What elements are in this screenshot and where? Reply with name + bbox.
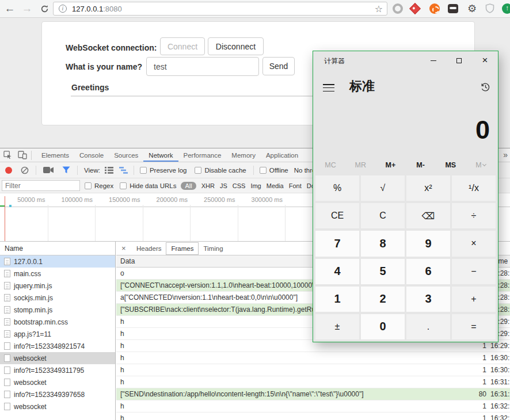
request-row[interactable]: websocket: [0, 400, 115, 413]
memory-mr-button[interactable]: MR: [345, 158, 375, 172]
extension-ring-icon[interactable]: [393, 3, 403, 14]
key-1[interactable]: 1: [315, 287, 359, 312]
screenshot-button[interactable]: [43, 166, 54, 174]
filter-type-css[interactable]: CSS: [233, 182, 246, 189]
filter-type-img[interactable]: Img: [250, 182, 261, 189]
send-button[interactable]: Send: [262, 57, 295, 75]
memory-m-flyout-button[interactable]: M: [466, 158, 496, 172]
key-4[interactable]: 4: [315, 259, 359, 284]
frame-row[interactable]: h116:32:: [116, 413, 510, 420]
key-¹/x[interactable]: ¹/x: [452, 175, 496, 201]
filter-type-all[interactable]: All: [181, 182, 196, 190]
key-0[interactable]: 0: [361, 314, 405, 339]
detail-tab-timing[interactable]: Timing: [199, 242, 227, 255]
calculator-mode-label[interactable]: 标准: [349, 78, 375, 95]
maximize-button[interactable]: [446, 51, 472, 70]
bookmark-star-icon[interactable]: ☆: [375, 3, 383, 14]
info-icon[interactable]: i: [59, 5, 67, 13]
request-row[interactable]: stomp.min.js: [0, 304, 115, 316]
memory-m--button[interactable]: M-: [406, 158, 436, 172]
data-column-header[interactable]: Data: [120, 257, 135, 265]
tab-application[interactable]: Application: [261, 148, 303, 162]
regex-checkbox[interactable]: [85, 182, 92, 189]
filter-type-font[interactable]: Font: [289, 182, 302, 189]
filter-type-media[interactable]: Media: [267, 182, 284, 189]
menu-icon[interactable]: [323, 84, 334, 91]
extension-gear-icon[interactable]: ⚙: [466, 3, 478, 14]
disable-cache-checkbox[interactable]: [195, 167, 201, 174]
preserve-log-checkbox[interactable]: [140, 167, 147, 174]
key-C[interactable]: C: [361, 203, 405, 228]
frame-row[interactable]: h116:32:: [116, 400, 510, 413]
key-÷[interactable]: ÷: [452, 203, 496, 228]
key-.[interactable]: .: [406, 314, 450, 339]
memory-ms-button[interactable]: MS: [436, 158, 466, 172]
forward-icon[interactable]: →: [20, 1, 35, 16]
extension-shield-icon[interactable]: [485, 3, 496, 14]
detail-tab-headers[interactable]: Headers: [132, 242, 166, 255]
key-7[interactable]: 7: [315, 231, 359, 256]
request-row[interactable]: jquery.min.js: [0, 280, 115, 292]
url-text[interactable]: 127.0.0.1:8080: [72, 5, 122, 13]
tab-console[interactable]: Console: [74, 148, 109, 162]
tab-network[interactable]: Network: [143, 148, 178, 162]
extension-spy-icon[interactable]: [448, 4, 458, 13]
filter-type-xhr[interactable]: XHR: [201, 182, 215, 189]
connect-button[interactable]: Connect: [160, 37, 205, 55]
tab-performance[interactable]: Performance: [178, 148, 227, 162]
extension-orange-icon[interactable]: [429, 3, 440, 14]
hide-data-urls-checkbox[interactable]: [120, 182, 127, 189]
tab-sources[interactable]: Sources: [109, 148, 143, 162]
close-detail-icon[interactable]: ×: [121, 244, 130, 253]
request-row[interactable]: bootstrap.min.css: [0, 316, 115, 328]
request-row[interactable]: websocket: [0, 352, 115, 364]
key-±[interactable]: ±: [315, 314, 359, 339]
offline-checkbox[interactable]: [260, 167, 267, 174]
request-row[interactable]: websocket: [0, 376, 115, 388]
request-row[interactable]: 127.0.0.1: [0, 255, 115, 268]
key-x²[interactable]: x²: [406, 175, 450, 201]
tab-elements[interactable]: Elements: [36, 148, 74, 162]
memory-mc-button[interactable]: MC: [315, 158, 345, 172]
key-9[interactable]: 9: [406, 231, 450, 256]
key-√[interactable]: √: [361, 175, 405, 201]
key-⌫[interactable]: ⌫: [406, 203, 450, 228]
more-tabs-icon[interactable]: »: [503, 150, 508, 159]
address-bar[interactable]: i 127.0.0.1:8080 ☆: [53, 2, 387, 16]
record-button[interactable]: [5, 167, 12, 174]
refresh-icon[interactable]: [37, 1, 52, 16]
close-button[interactable]: ×: [472, 51, 498, 70]
key-%[interactable]: %: [315, 175, 359, 201]
history-icon[interactable]: [480, 82, 491, 94]
name-column-header[interactable]: Name: [0, 242, 115, 255]
device-toolbar-icon[interactable]: [15, 148, 30, 162]
key-5[interactable]: 5: [361, 259, 405, 284]
extension-diamond-icon[interactable]: [409, 3, 421, 14]
disconnect-button[interactable]: Disconnect: [208, 37, 264, 55]
filter-button[interactable]: [62, 166, 70, 174]
filter-type-js[interactable]: JS: [220, 182, 227, 189]
request-row[interactable]: info?t=1523349397658: [0, 388, 115, 400]
frame-row[interactable]: h116:31:: [116, 376, 510, 388]
extension-green-icon[interactable]: ↑: [502, 3, 510, 14]
tab-memory[interactable]: Memory: [226, 148, 261, 162]
key-−[interactable]: −: [452, 259, 496, 284]
key-8[interactable]: 8: [361, 231, 405, 256]
request-row[interactable]: app.js?1=11: [0, 328, 115, 340]
request-row[interactable]: info?t=1523349311795: [0, 364, 115, 376]
back-icon[interactable]: ←: [2, 1, 17, 16]
filter-input[interactable]: [2, 180, 80, 191]
key-×[interactable]: ×: [452, 231, 496, 256]
memory-m+-button[interactable]: M+: [375, 158, 405, 172]
key-3[interactable]: 3: [406, 287, 450, 312]
request-row[interactable]: main.css: [0, 268, 115, 280]
key-2[interactable]: 2: [361, 287, 405, 312]
key-+[interactable]: +: [452, 287, 496, 312]
detail-tab-frames[interactable]: Frames: [166, 242, 199, 255]
key-=[interactable]: =: [452, 314, 496, 339]
key-CE[interactable]: CE: [315, 203, 359, 228]
request-row[interactable]: sockjs.min.js: [0, 292, 115, 304]
request-row[interactable]: info?t=1523348921574: [0, 340, 115, 352]
name-input[interactable]: [146, 57, 259, 76]
frame-row[interactable]: h116:30:: [116, 364, 510, 376]
